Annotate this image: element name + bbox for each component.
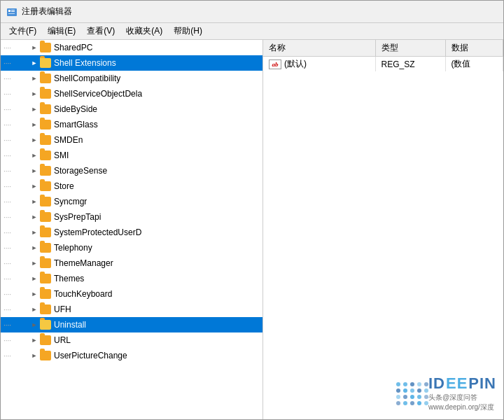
folder-icon: [40, 150, 51, 160]
folder-icon: [40, 43, 51, 52]
tree-item-url[interactable]: ····►URL: [1, 332, 262, 348]
folder-icon: [40, 335, 51, 345]
menu-favorites[interactable]: 收藏夹(A): [120, 24, 168, 38]
expander-icon[interactable]: ►: [29, 73, 40, 84]
watermark: ID EE PIN 头条@深度问答 www.deepin.org/深度: [396, 374, 496, 412]
tree-item-syncmgr[interactable]: ····►Syncmgr: [1, 194, 262, 209]
window-title: 注册表编辑器: [22, 6, 72, 18]
tree-item-label: SideBySide: [54, 104, 97, 114]
reg-type-cell: REG_SZ: [375, 57, 445, 72]
expander-icon[interactable]: ►: [29, 350, 40, 361]
expander-icon[interactable]: ►: [29, 104, 40, 115]
col-type: 类型: [375, 40, 445, 57]
tree-item-themes[interactable]: ····►Themes: [1, 271, 262, 286]
menu-view[interactable]: 查看(V): [81, 24, 120, 38]
expander-icon[interactable]: ►: [29, 57, 40, 69]
tree-item-shellextensions[interactable]: ····►Shell Extensions: [1, 55, 262, 71]
tree-item-sidebyside[interactable]: ····►SideBySide: [1, 102, 262, 117]
tree-item-label: SmartGlass: [54, 120, 98, 130]
svg-rect-1: [8, 10, 10, 12]
folder-icon: [40, 197, 51, 206]
registry-editor-window: 注册表编辑器 文件(F) 编辑(E) 查看(V) 收藏夹(A) 帮助(H) ··…: [0, 0, 504, 420]
watermark-logo-accent: EE: [446, 374, 468, 393]
menu-edit[interactable]: 编辑(E): [42, 24, 81, 38]
tree-item-shellcompatibility[interactable]: ····►ShellCompatibility: [1, 71, 262, 86]
right-panel: 名称 类型 数据 ab(默认)REG_SZ(数值: [263, 40, 503, 419]
tree-item-label: Syncmgr: [54, 197, 87, 206]
tree-item-label: SystemProtectedUserD: [54, 227, 141, 237]
reg-name-cell: ab(默认): [263, 57, 375, 72]
watermark-sub1: 头条@深度问答: [428, 393, 496, 402]
tree-item-store[interactable]: ····►Store: [1, 178, 262, 194]
tree-item-systemprotecteduserd[interactable]: ····►SystemProtectedUserD: [1, 225, 262, 240]
watermark-brand: ID EE PIN 头条@深度问答 www.deepin.org/深度: [428, 374, 496, 412]
folder-icon: [40, 120, 51, 130]
col-data: 数据: [445, 40, 503, 57]
expander-icon[interactable]: ►: [29, 134, 40, 146]
main-content: ····►SharedPC····►Shell Extensions····►S…: [1, 40, 503, 419]
tree-panel[interactable]: ····►SharedPC····►Shell Extensions····►S…: [1, 40, 263, 419]
tree-item-syspreptapi[interactable]: ····►SysPrepTapi: [1, 209, 262, 225]
table-row[interactable]: ab(默认)REG_SZ(数值: [263, 57, 503, 72]
folder-icon: [40, 181, 51, 191]
folder-icon: [40, 212, 51, 222]
svg-rect-2: [11, 10, 15, 10]
expander-icon[interactable]: ►: [29, 88, 40, 99]
reg-data-cell: (数值: [445, 57, 503, 72]
expander-icon[interactable]: ►: [29, 211, 40, 223]
tree-item-telephony[interactable]: ····►Telephony: [1, 240, 262, 255]
tree-item-touchkeyboard[interactable]: ····►TouchKeyboard: [1, 286, 262, 302]
expander-icon[interactable]: ►: [29, 258, 40, 269]
expander-icon[interactable]: ►: [29, 165, 40, 176]
tree-item-label: Telephony: [54, 243, 92, 253]
menu-bar: 文件(F) 编辑(E) 查看(V) 收藏夹(A) 帮助(H): [1, 23, 503, 40]
folder-icon: [40, 258, 51, 268]
svg-rect-3: [11, 11, 15, 12]
tree-item-userpicturechange[interactable]: ····►UserPictureChange: [1, 348, 262, 363]
col-name: 名称: [263, 40, 375, 57]
expander-icon[interactable]: ►: [29, 119, 40, 130]
tree-item-label: SMDEn: [54, 135, 83, 145]
tree-item-label: UFH: [54, 304, 71, 314]
tree-item-label: TouchKeyboard: [54, 289, 112, 299]
tree-item-smi[interactable]: ····►SMI: [1, 148, 262, 163]
expander-icon[interactable]: ►: [29, 42, 40, 53]
expander-icon[interactable]: ►: [29, 304, 40, 315]
expander-icon[interactable]: ►: [29, 319, 40, 330]
expander-icon[interactable]: ►: [29, 150, 40, 161]
expander-icon[interactable]: ►: [29, 227, 40, 238]
folder-icon: [40, 243, 51, 253]
app-icon: [6, 6, 18, 18]
tree-item-label: SMI: [54, 150, 69, 160]
expander-icon[interactable]: ►: [29, 335, 40, 346]
folder-icon: [40, 58, 51, 68]
tree-item-label: UserPictureChange: [54, 351, 127, 360]
tree-item-uninstall[interactable]: ····►Uninstall: [1, 317, 262, 332]
tree-item-label: URL: [54, 335, 71, 345]
tree-item-label: Themes: [54, 274, 84, 284]
tree-item-storagesense[interactable]: ····►StorageSense: [1, 163, 262, 178]
tree-item-label: Store: [54, 181, 74, 191]
tree-item-smartglass[interactable]: ····►SmartGlass: [1, 117, 262, 132]
folder-icon: [40, 166, 51, 176]
menu-help[interactable]: 帮助(H): [168, 24, 208, 38]
tree-item-smden[interactable]: ····►SMDEn: [1, 132, 262, 148]
expander-icon[interactable]: ►: [29, 273, 40, 284]
tree-item-sharedpc[interactable]: ····►SharedPC: [1, 40, 262, 55]
tree-item-thememanager[interactable]: ····►ThemeManager: [1, 255, 262, 271]
registry-table: 名称 类型 数据 ab(默认)REG_SZ(数值: [263, 40, 503, 71]
tree-item-label: ThemeManager: [54, 258, 113, 268]
tree-item-ufh[interactable]: ····►UFH: [1, 302, 262, 317]
watermark-logo-text: ID: [428, 374, 445, 393]
expander-icon[interactable]: ►: [29, 196, 40, 207]
expander-icon[interactable]: ►: [29, 242, 40, 253]
folder-icon: [40, 289, 51, 299]
tree-item-shellserviceobjectdela[interactable]: ····►ShellServiceObjectDela: [1, 86, 262, 102]
folder-icon: [40, 320, 51, 330]
folder-icon: [40, 104, 51, 114]
expander-icon[interactable]: ►: [29, 181, 40, 192]
expander-icon[interactable]: ►: [29, 288, 40, 300]
menu-file[interactable]: 文件(F): [4, 24, 42, 38]
folder-icon: [40, 89, 51, 99]
tree-item-label: Uninstall: [54, 320, 86, 330]
